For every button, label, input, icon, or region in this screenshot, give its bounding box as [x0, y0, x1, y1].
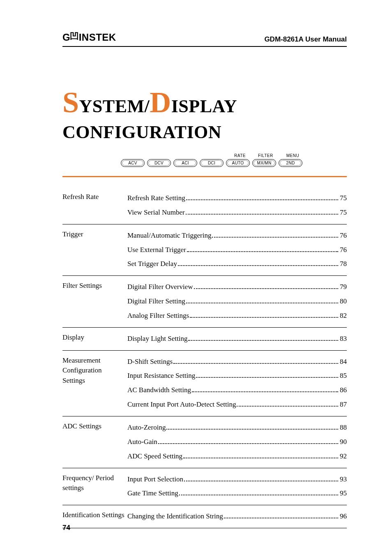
toc-entry-label: Display Light Setting [127, 332, 187, 346]
toc-entry: Digital Filter Setting 80 [127, 294, 347, 309]
toc-leader-dots [196, 377, 338, 378]
toc-entry-page: 92 [340, 449, 347, 464]
toc-entries: Changing the Identification String 96 [127, 509, 347, 524]
toc-heading: ADC Settings [62, 421, 127, 464]
toc-leader-dots [186, 199, 338, 200]
toc-entry: Refresh Rate Setting 75 [127, 191, 347, 206]
hw-button-acv: ACV [121, 159, 145, 167]
toc-entry-page: 79 [340, 280, 347, 294]
toc-heading: Frequency/ Period settings [62, 472, 127, 501]
btn-top-label: RATE [234, 153, 246, 158]
button-row-diagram: RATE FILTER MENU ACV DCV ACI DCI AUTO MX… [121, 153, 347, 167]
toc-heading: Filter Settings [62, 280, 127, 323]
toc-entry-label: D-Shift Settings [127, 355, 173, 369]
toc-entry-page: 84 [340, 355, 347, 369]
toc-entry: Current Input Port Auto-Detect Setting 8… [127, 398, 347, 412]
toc-entries: Auto-Zeroing 88Auto-Gain 90ADC Speed Set… [127, 421, 347, 464]
toc-entry-label: Use External Trigger [127, 243, 186, 257]
toc-entry: Gate Time Setting 95 [127, 486, 347, 501]
toc-leader-dots [212, 237, 338, 238]
toc-entry-page: 75 [340, 206, 347, 220]
toc-heading: Measurement Configuration Settings [62, 355, 127, 412]
toc-entry-label: Gate Time Setting [127, 486, 178, 501]
toc-entry-label: Refresh Rate Setting [127, 191, 185, 206]
toc-entry: AC Bandwidth Setting 86 [127, 383, 347, 398]
chapter-title: SYSTEM/DISPLAY CONFIGURATION [62, 84, 347, 143]
toc-leader-dots [188, 340, 338, 341]
toc-entry-page: 90 [340, 435, 347, 449]
toc-entry-page: 76 [340, 243, 347, 257]
toc-entry-label: Input Resistance Setting [127, 369, 195, 383]
toc-leader-dots [187, 251, 338, 252]
toc-entry: Manual/Automatic Triggering 76 [127, 229, 347, 243]
toc-leader-dots [158, 443, 338, 444]
toc-leader-dots [184, 481, 338, 481]
hw-button-auto: AUTO [226, 159, 250, 167]
hw-button-mxmn: MX/MN [252, 159, 276, 167]
toc-entry-label: Set Trigger Delay [127, 257, 177, 271]
toc-entry-label: Digital Filter Overview [127, 280, 193, 294]
divider-orange [62, 176, 347, 177]
manual-title: GDM-8261A User Manual [264, 35, 347, 44]
toc-entry-page: 75 [340, 191, 347, 206]
toc-entry-label: Analog Filter Settings [127, 309, 189, 323]
toc-leader-dots [173, 363, 338, 364]
toc-leader-dots [194, 288, 338, 289]
hw-button-aci: ACI [173, 159, 197, 167]
toc-section: TriggerManual/Automatic Triggering 76Use… [62, 224, 347, 276]
btn-top-label: FILTER [258, 153, 273, 158]
brand-logo: G凹INSTEK [62, 31, 116, 44]
toc-leader-dots [166, 429, 338, 430]
toc-leader-dots [183, 458, 338, 458]
hw-button-dcv: DCV [147, 159, 171, 167]
toc-entry-label: AC Bandwidth Setting [127, 383, 191, 398]
toc-leader-dots [224, 518, 338, 518]
toc-entry-label: Auto-Gain [127, 435, 157, 449]
toc-entry-page: 87 [340, 398, 347, 412]
toc-entry: Analog Filter Settings 82 [127, 309, 347, 323]
toc-entries: Refresh Rate Setting 75View Serial Numbe… [127, 191, 347, 220]
toc-leader-dots [186, 303, 338, 303]
toc-entry: D-Shift Settings 84 [127, 355, 347, 369]
toc-entry-page: 95 [340, 486, 347, 501]
toc-heading: Display [62, 332, 127, 346]
toc-entry: ADC Speed Setting 92 [127, 449, 347, 464]
toc-entries: Input Port Selection 93Gate Time Setting… [127, 472, 347, 501]
page-number: 74 [62, 524, 70, 532]
toc-entry: Input Resistance Setting 85 [127, 369, 347, 383]
toc-entries: Digital Filter Overview 79Digital Filter… [127, 280, 347, 323]
toc-leader-dots [237, 406, 338, 407]
toc-entry-page: 85 [340, 369, 347, 383]
toc-entry: Auto-Zeroing 88 [127, 421, 347, 435]
toc-entry-label: Current Input Port Auto-Detect Setting [127, 398, 236, 412]
toc-leader-dots [192, 391, 338, 392]
toc-entries: Manual/Automatic Triggering 76Use Extern… [127, 229, 347, 272]
toc-entry-page: 88 [340, 421, 347, 435]
toc-entry: Use External Trigger 76 [127, 243, 347, 257]
btn-top-label: MENU [286, 153, 299, 158]
toc-section: ADC SettingsAuto-Zeroing 88Auto-Gain 90A… [62, 416, 347, 468]
toc-entry-label: View Serial Number [127, 206, 185, 220]
toc-entry-page: 93 [340, 472, 347, 487]
toc-leader-dots [179, 495, 338, 495]
toc-entry: Changing the Identification String 96 [127, 509, 347, 524]
toc-leader-dots [186, 214, 338, 215]
toc-section: Measurement Configuration SettingsD-Shif… [62, 351, 347, 416]
toc-entry-label: Digital Filter Setting [127, 294, 185, 309]
toc-section: Frequency/ Period settingsInput Port Sel… [62, 468, 347, 506]
toc-entry-label: ADC Speed Setting [127, 449, 182, 464]
toc-entries: D-Shift Settings 84Input Resistance Sett… [127, 355, 347, 412]
toc-heading: Refresh Rate [62, 191, 127, 220]
toc-entry-page: 76 [340, 229, 347, 243]
toc-entry-page: 86 [340, 383, 347, 398]
toc-entry: Display Light Setting 83 [127, 332, 347, 346]
toc-leader-dots [178, 265, 338, 266]
toc-entry-label: Manual/Automatic Triggering [127, 229, 211, 243]
toc-entry-page: 82 [340, 309, 347, 323]
hw-button-dci: DCI [200, 159, 224, 167]
hw-button-2nd: 2ND [279, 159, 302, 167]
toc-heading: Identification Settings [62, 509, 127, 524]
toc-entry-label: Auto-Zeroing [127, 421, 166, 435]
toc-entry-label: Input Port Selection [127, 472, 183, 487]
toc-entry-page: 78 [340, 257, 347, 271]
